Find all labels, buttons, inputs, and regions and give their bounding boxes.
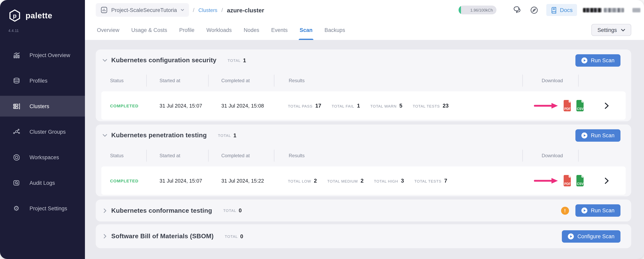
column-completed: Completed at — [221, 73, 250, 88]
compass-icon — [530, 6, 538, 14]
tab-events[interactable]: Events — [271, 20, 288, 40]
configure-scan-button[interactable]: Configure Scan — [562, 230, 620, 242]
status-badge: COMPLETED — [110, 103, 138, 108]
scan-table-header: Status Started at Completed at Results D… — [102, 148, 625, 163]
sidebar-item-audit-logs[interactable]: Audit Logs — [0, 172, 85, 193]
tab-usage-costs[interactable]: Usage & Costs — [132, 20, 167, 40]
sidebar-item-workspaces[interactable]: Workspaces — [0, 147, 85, 168]
collapse-chevron-icon[interactable] — [102, 59, 107, 62]
sidebar-item-project-overview[interactable]: Project Overview — [0, 45, 85, 66]
sidebar: p palette 4.4.11 Project Overview — [0, 0, 85, 259]
started-at-value: 31 Jul 2024, 15:07 — [160, 178, 202, 184]
run-scan-label: Run Scan — [591, 57, 614, 63]
sidebar-item-profiles[interactable]: Profiles — [0, 70, 85, 91]
top-bar: Project-ScaleSecureTutoria / Clusters / … — [85, 0, 644, 20]
tab-backups[interactable]: Backups — [324, 20, 345, 40]
play-icon — [581, 132, 587, 138]
column-divider — [522, 150, 523, 162]
expand-chevron-icon[interactable] — [102, 234, 107, 239]
run-scan-button[interactable]: Run Scan — [575, 204, 620, 217]
total-label: TOTAL — [228, 58, 241, 63]
redacted-user-text — [604, 8, 624, 12]
result-value: 3 — [401, 178, 404, 184]
column-divider — [274, 150, 274, 162]
column-divider — [274, 75, 274, 87]
total-value: 1 — [233, 132, 236, 138]
result-value: 17 — [315, 103, 321, 109]
collapse-chevron-icon[interactable] — [102, 134, 107, 137]
completed-at-value: 31 Jul 2024, 15:22 — [221, 178, 264, 184]
configure-scan-label: Configure Scan — [578, 233, 614, 239]
chevron-down-icon — [180, 9, 184, 11]
tab-workloads[interactable]: Workloads — [206, 20, 232, 40]
tab-scan[interactable]: Scan — [300, 20, 313, 40]
credits-usage-pill[interactable]: 1.96/100kCh — [458, 6, 496, 14]
row-expand-chevron-icon[interactable] — [604, 177, 609, 184]
warning-icon[interactable]: ! — [561, 206, 569, 214]
total-value: 1 — [243, 57, 246, 63]
cluster-tab-bar: Overview Usage & Costs Profile Workloads… — [85, 20, 644, 40]
download-pdf-icon[interactable]: PDF — [562, 100, 572, 112]
tab-label: Workloads — [206, 27, 232, 33]
help-compass-button[interactable] — [530, 6, 538, 14]
run-scan-button[interactable]: Run Scan — [575, 129, 620, 141]
column-results: Results — [289, 73, 305, 88]
sidebar-item-cluster-groups[interactable]: Cluster Groups — [0, 121, 85, 142]
sidebar-nav: Project Overview Profiles — [0, 45, 85, 223]
scan-section-configuration-security: Kubernetes configuration security TOTAL … — [96, 50, 631, 121]
column-download: Download — [542, 148, 563, 163]
tab-profile[interactable]: Profile — [179, 20, 194, 40]
docs-button[interactable]: Docs — [546, 4, 577, 16]
annotation-arrow-icon — [534, 177, 559, 184]
chat-button[interactable] — [512, 6, 521, 14]
breadcrumb-clusters-link[interactable]: Clusters — [198, 7, 217, 13]
results-cell: TOTAL LOW2 TOTAL MEDIUM2 TOTAL HIGH3 TOT… — [288, 178, 447, 184]
download-csv-icon[interactable]: CSV — [575, 175, 585, 187]
run-scan-button[interactable]: Run Scan — [575, 54, 620, 67]
brand-logo: p palette — [0, 0, 85, 22]
result-label: TOTAL MEDIUM — [327, 179, 358, 183]
sidebar-item-clusters[interactable]: Clusters — [0, 96, 85, 117]
sidebar-item-label: Profiles — [30, 78, 48, 84]
tab-label: Usage & Costs — [132, 27, 167, 33]
project-selector[interactable]: Project-ScaleSecureTutoria — [96, 3, 189, 17]
book-icon — [551, 7, 557, 13]
scan-result-row[interactable]: COMPLETED 31 Jul 2024, 15:07 31 Jul 2024… — [101, 166, 626, 195]
column-status: Status — [110, 148, 124, 163]
docs-label: Docs — [560, 7, 572, 13]
orbit-icon — [12, 153, 21, 161]
result-label: TOTAL LOW — [288, 179, 311, 183]
tab-label: Backups — [324, 27, 345, 33]
column-divider — [208, 75, 208, 87]
column-started: Started at — [160, 148, 180, 163]
result-value: 2 — [361, 178, 364, 184]
scan-result-row[interactable]: COMPLETED 31 Jul 2024, 15:07 31 Jul 2024… — [101, 91, 626, 120]
scan-content: Kubernetes configuration security TOTAL … — [85, 40, 644, 259]
sidebar-item-label: Workspaces — [30, 154, 59, 160]
network-icon — [12, 128, 21, 135]
result-label: TOTAL WARN — [370, 104, 396, 108]
brand-name: palette — [26, 11, 52, 20]
section-header: Kubernetes configuration security TOTAL … — [96, 50, 631, 71]
sidebar-item-project-settings[interactable]: ⚙ Project Settings — [0, 198, 85, 219]
results-cell: TOTAL PASS17 TOTAL FAIL1 TOTAL WARN5 TOT… — [288, 103, 448, 109]
tab-overview[interactable]: Overview — [97, 20, 120, 40]
play-icon — [581, 57, 587, 63]
expand-chevron-icon[interactable] — [102, 208, 107, 213]
breadcrumb-separator: / — [193, 7, 194, 13]
tab-label: Profile — [179, 27, 194, 33]
settings-button[interactable]: Settings — [591, 24, 631, 36]
scan-section-conformance-testing: Kubernetes conformance testing TOTAL 0 !… — [96, 199, 631, 221]
section-header: Kubernetes conformance testing TOTAL 0 !… — [96, 199, 631, 221]
scan-section-penetration-testing: Kubernetes penetration testing TOTAL 1 R… — [96, 125, 631, 196]
download-pdf-icon[interactable]: PDF — [562, 175, 572, 187]
download-csv-icon[interactable]: CSV — [575, 100, 585, 112]
row-expand-chevron-icon[interactable] — [604, 102, 609, 109]
audit-search-icon — [12, 179, 21, 187]
chat-bubbles-icon — [512, 6, 521, 14]
completed-at-value: 31 Jul 2024, 15:08 — [221, 103, 264, 109]
app-window-stage: p palette 4.4.11 Project Overview — [0, 0, 644, 259]
tab-nodes[interactable]: Nodes — [244, 20, 259, 40]
svg-text:CSV: CSV — [577, 107, 584, 110]
bar-chart-icon — [12, 51, 21, 59]
